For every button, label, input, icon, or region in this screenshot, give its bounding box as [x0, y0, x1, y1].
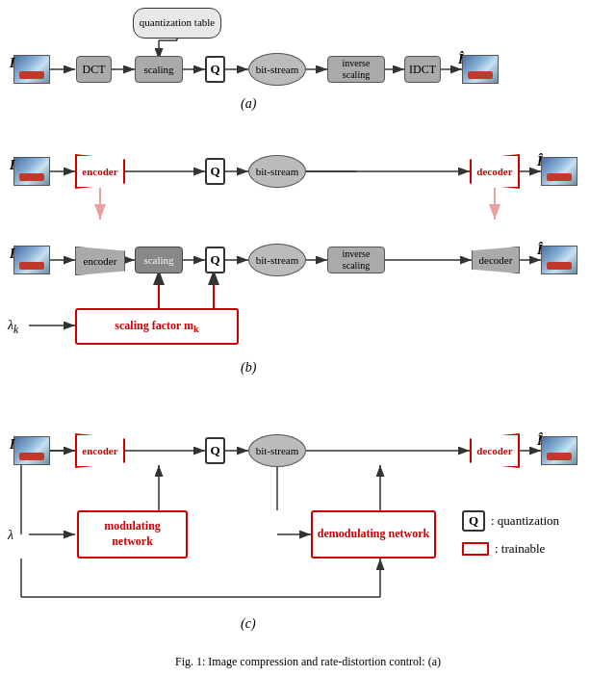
bitstream-a: bit-stream	[248, 53, 306, 86]
inverse-scaling-a: inverse scaling	[327, 56, 385, 83]
decoder-gray-b2: decoder	[472, 247, 520, 273]
section-c-label: (c)	[241, 616, 256, 632]
legend-red-text: : trainable	[495, 541, 545, 557]
output-hat-label-b2: Î	[537, 243, 542, 258]
output-hat-label-c: Î	[537, 433, 542, 449]
decoder-red-c: decoder	[470, 433, 520, 468]
scaling-box-b2: scaling	[135, 247, 183, 273]
q-box-a: Q	[205, 56, 225, 83]
input-label-c: I	[10, 437, 14, 453]
input-label-b2: I	[10, 247, 14, 262]
q-box-c: Q	[205, 437, 225, 464]
q-box-b1: Q	[205, 158, 225, 185]
input-image-c	[13, 436, 50, 465]
inverse-scaling-b2: inverse scaling	[327, 247, 385, 273]
bitstream-b1: bit-stream	[248, 155, 306, 188]
quantization-table-box: quantization table	[133, 8, 221, 39]
decoder-red-b1: decoder	[470, 154, 520, 189]
diagram-container: quantization table I DCT scaling Q bit-s…	[0, 0, 616, 676]
demodulating-network-box: demodulating network	[311, 510, 436, 559]
encoder-red-c: encoder	[75, 433, 125, 468]
legend-q: Q : quantization	[462, 510, 559, 532]
output-image-c	[541, 436, 578, 465]
encoder-gray-b2: encoder	[75, 247, 125, 275]
output-image-a	[462, 55, 499, 84]
input-image-b2	[13, 246, 50, 274]
dct-box: DCT	[76, 56, 112, 83]
input-label-a: I	[10, 56, 14, 71]
output-hat-label-b1: Î	[537, 154, 542, 169]
section-b-label: (b)	[241, 360, 256, 376]
legend-q-text: : quantization	[491, 513, 559, 529]
legend-red: : trainable	[462, 541, 545, 557]
idct-box: IDCT	[404, 56, 441, 83]
scaling-factor-box: scaling factor mk	[75, 308, 239, 345]
section-a-label: (a)	[241, 96, 256, 112]
q-box-b2: Q	[205, 247, 225, 273]
modulating-network-box: modulating network	[77, 510, 188, 559]
lambda-k-label: λk	[8, 318, 18, 336]
bitstream-b2: bit-stream	[248, 244, 306, 276]
input-label-b1: I	[10, 158, 14, 173]
input-image-b1	[13, 157, 50, 186]
figure-caption: Fig. 1: Image compression and rate-disto…	[10, 654, 606, 670]
legend-q-box: Q	[462, 510, 485, 532]
output-image-b1	[541, 157, 578, 186]
legend-red-box	[462, 542, 489, 556]
scaling-box-a: scaling	[135, 56, 183, 83]
bitstream-c: bit-stream	[248, 434, 306, 467]
output-image-b2	[541, 246, 578, 274]
output-hat-label-a: Î	[458, 52, 463, 67]
lambda-c-label: λ	[8, 528, 13, 543]
encoder-red-b1: encoder	[75, 154, 125, 189]
input-image-a	[13, 55, 50, 84]
